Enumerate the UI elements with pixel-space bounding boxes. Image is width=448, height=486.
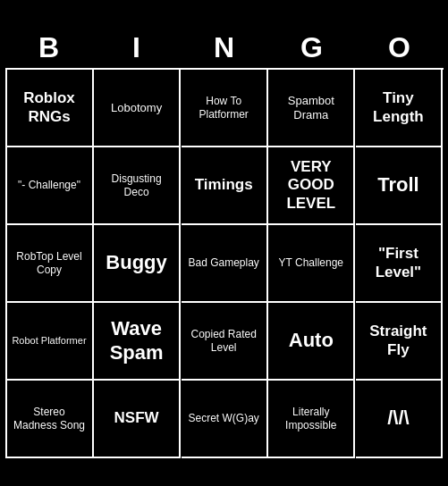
bingo-cell-22: Secret W(G)ay [182, 381, 268, 458]
bingo-cell-21: NSFW [94, 381, 181, 458]
bingo-cell-17: Copied Rated Level [182, 303, 268, 381]
bingo-cell-13: YT Challenge [268, 225, 355, 303]
bingo-cell-7: Timings [182, 147, 268, 225]
bingo-cell-9: Troll [356, 147, 443, 225]
bingo-cell-1: Lobotomy [94, 70, 181, 147]
bingo-cell-19: Straight Fly [356, 303, 443, 381]
bingo-cell-4: Tiny Length [356, 70, 443, 147]
bingo-cell-23: Literally Impossible [268, 381, 355, 458]
bingo-cell-11: Buggy [94, 225, 181, 303]
bingo-cell-16: Wave Spam [94, 303, 181, 381]
bingo-cell-6: Disgusting Deco [94, 147, 181, 225]
bingo-grid: Roblox RNGsLobotomyHow To PlatformerSpam… [5, 68, 444, 458]
header-letter-o: O [360, 31, 439, 64]
bingo-cell-0: Roblox RNGs [7, 70, 94, 147]
bingo-card: BINGO Roblox RNGsLobotomyHow To Platform… [5, 28, 444, 458]
bingo-cell-3: Spambot Drama [268, 70, 355, 147]
header-letter-n: N [185, 31, 264, 64]
bingo-cell-8: VERY GOOD LEVEL [268, 147, 355, 225]
bingo-cell-15: Robot Platformer [7, 303, 94, 381]
bingo-cell-2: How To Platformer [182, 70, 268, 147]
bingo-cell-24: /\/\ [356, 381, 443, 458]
header-letter-i: I [97, 31, 176, 64]
bingo-header: BINGO [5, 28, 444, 68]
header-letter-b: B [10, 31, 89, 64]
bingo-cell-10: RobTop Level Copy [7, 225, 94, 303]
bingo-cell-18: Auto [268, 303, 355, 381]
bingo-cell-20: Stereo Madness Song [7, 381, 94, 458]
bingo-cell-12: Bad Gameplay [182, 225, 268, 303]
bingo-cell-5: "- Challenge" [7, 147, 94, 225]
bingo-cell-14: "First Level" [356, 225, 443, 303]
header-letter-g: G [273, 31, 351, 64]
